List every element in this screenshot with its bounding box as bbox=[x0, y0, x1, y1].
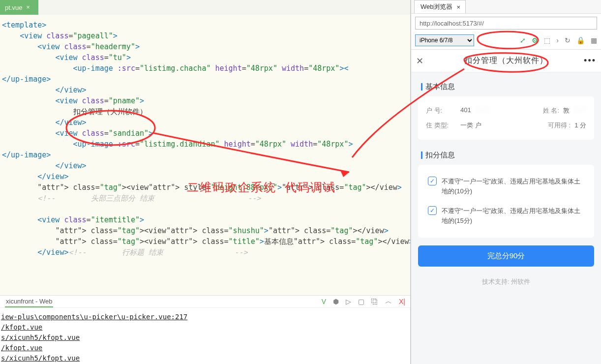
chevron-right-icon[interactable]: › bbox=[556, 36, 559, 44]
close-icon[interactable]: × bbox=[457, 3, 461, 11]
basic-info-card: 户 号: 401 姓 名: 敦 住 类型: 一类 户 可用得 : 1 分 bbox=[418, 96, 594, 140]
code-editor[interactable]: <template> <view class="pageall"> <view … bbox=[0, 15, 410, 295]
deduct-card: ✓不遵守"一户一宅"政策、违规占用宅基地及集体土地的(10分)✓不遵守"一户一宅… bbox=[418, 165, 594, 238]
console-line[interactable]: s/xicunh5/kfopt.vue bbox=[1, 353, 409, 364]
checkbox-icon[interactable]: ✓ bbox=[428, 177, 437, 185]
responsive-icon[interactable]: ⤢ bbox=[520, 36, 526, 44]
editor-tab-bar: pt.vue × bbox=[0, 0, 410, 15]
inspect-icon[interactable]: ⬚ bbox=[544, 36, 550, 44]
deduct-item[interactable]: ✓不遵守"一户一宅"政策、违规占用宅基地及集体土地的(15分) bbox=[426, 201, 586, 231]
play-icon[interactable]: ▷ bbox=[346, 298, 351, 305]
stop-icon[interactable]: ▢ bbox=[358, 298, 364, 305]
bug-icon[interactable]: ⬢ bbox=[333, 298, 339, 305]
device-select[interactable]: iPhone 6/7/8 bbox=[415, 34, 474, 46]
footer-text: 技术支持: 州软件 bbox=[411, 267, 601, 291]
close-icon[interactable]: × bbox=[26, 4, 30, 11]
open-icon[interactable]: ⿻ bbox=[371, 298, 378, 305]
url-input[interactable] bbox=[415, 17, 597, 30]
deduct-item-text: 不遵守"一户一宅"政策、违规占用宅基地及集体土地的(15分) bbox=[442, 206, 584, 226]
lock-icon[interactable]: 🔒 bbox=[576, 36, 585, 44]
phone-header: ✕ 扣分管理（大州软件） ••• bbox=[411, 50, 601, 72]
console-line[interactable]: /kfopt.vue bbox=[1, 322, 409, 333]
chevron-up-icon[interactable]: ︿ bbox=[385, 297, 392, 306]
console-line[interactable]: iew-plus\components\u-picker\u-picker.vu… bbox=[1, 312, 409, 322]
section-title-basic: 基本信息 bbox=[411, 79, 601, 96]
browser-tab[interactable]: Web浏览器 × bbox=[414, 0, 466, 13]
page-title: 扣分管理（大州软件） bbox=[464, 56, 548, 66]
console-output[interactable]: iew-plus\components\u-picker\u-picker.vu… bbox=[0, 308, 410, 364]
editor-tab-label: pt.vue bbox=[5, 4, 22, 11]
console-line[interactable]: s/xicunh5/kfopt.vue bbox=[1, 333, 409, 343]
deduct-item-text: 不遵守"一户一宅"政策、违规占用宅基地及集体土地的(10分) bbox=[442, 177, 584, 196]
browser-tab-label: Web浏览器 bbox=[421, 2, 453, 11]
console-line[interactable]: /kfopt.vue bbox=[1, 343, 409, 353]
more-icon[interactable]: ••• bbox=[584, 56, 596, 66]
web-browser-panel: Web浏览器 × iPhone 6/7/8 ⤢ ⚙ ⬚ › ↻ 🔒 ▦ ✕ bbox=[410, 0, 601, 364]
section-title-deduct: 扣分信息 bbox=[411, 148, 601, 165]
checkbox-icon[interactable]: ✓ bbox=[428, 206, 437, 215]
close-x-icon[interactable]: X| bbox=[399, 298, 405, 305]
console-panel: xicunfront - Web V ⬢ ▷ ▢ ⿻ ︿ X| iew-plus… bbox=[0, 295, 410, 364]
reload-icon[interactable]: ↻ bbox=[565, 36, 571, 44]
gear-icon[interactable]: ⚙ bbox=[532, 36, 538, 44]
editor-tab-active[interactable]: pt.vue × bbox=[0, 0, 38, 15]
close-icon[interactable]: ✕ bbox=[416, 56, 423, 66]
submit-button[interactable]: 完总分90分 bbox=[418, 245, 594, 267]
vue-icon[interactable]: V bbox=[322, 298, 326, 305]
deduct-item[interactable]: ✓不遵守"一户一宅"政策、违规占用宅基地及集体土地的(10分) bbox=[426, 172, 586, 201]
console-tab[interactable]: xicunfront - Web bbox=[5, 296, 53, 307]
grid-icon[interactable]: ▦ bbox=[591, 36, 597, 44]
console-toolbar: V ⬢ ▷ ▢ ⿻ ︿ X| bbox=[322, 297, 405, 306]
